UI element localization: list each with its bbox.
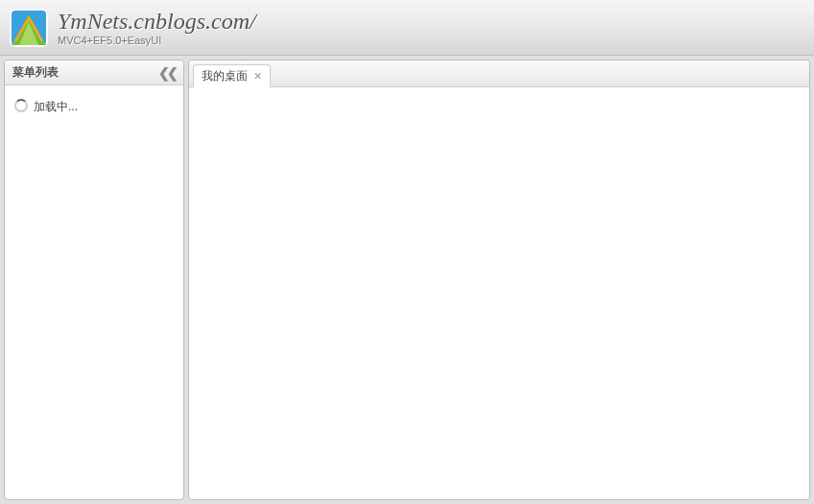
app-header: YmNets.cnblogs.com/ MVC4+EF5.0+EasyUI bbox=[0, 0, 814, 56]
tabs-bar: 我的桌面 ✕ bbox=[189, 60, 809, 87]
tab-desktop[interactable]: 我的桌面 ✕ bbox=[193, 64, 271, 87]
sidebar-title: 菜单列表 bbox=[12, 64, 59, 81]
tab-label: 我的桌面 bbox=[202, 68, 248, 84]
sidebar-panel: 菜单列表 ❮❮ 加载中... bbox=[4, 60, 184, 500]
loading-spinner-icon bbox=[14, 99, 28, 112]
main-panel: 我的桌面 ✕ bbox=[188, 60, 810, 500]
sidebar-body: 加载中... bbox=[5, 85, 183, 499]
app-title: YmNets.cnblogs.com/ bbox=[58, 10, 256, 33]
loading-text: 加载中... bbox=[34, 99, 78, 115]
collapse-sidebar-icon[interactable]: ❮❮ bbox=[158, 65, 176, 81]
app-subtitle: MVC4+EF5.0+EasyUI bbox=[58, 35, 256, 46]
sidebar-header: 菜单列表 ❮❮ bbox=[5, 60, 183, 85]
tab-content bbox=[189, 87, 809, 499]
app-logo bbox=[10, 9, 48, 47]
close-icon[interactable]: ✕ bbox=[253, 71, 262, 82]
